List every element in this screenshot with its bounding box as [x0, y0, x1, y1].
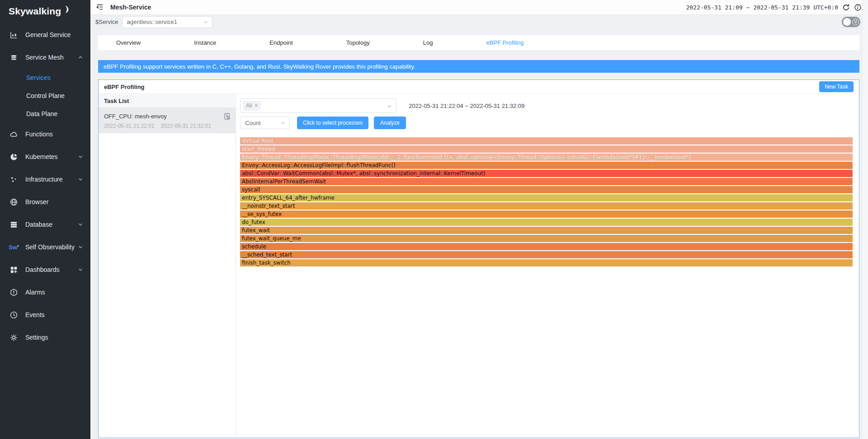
flame-frame-futex-wait-queue-me[interactable]: futex_wait_queue_me — [240, 235, 853, 242]
refresh-icon[interactable] — [842, 3, 850, 11]
sidebar-item-label: Data Plane — [26, 110, 57, 117]
service-select[interactable]: agentless::service1 — [122, 16, 212, 28]
service-bar: $Service agentless::service1 V — [90, 15, 868, 29]
tab-ebpf-profiling[interactable]: eBPF Profiling — [486, 39, 524, 46]
flame-frame-start-thread[interactable]: start_thread — [240, 145, 853, 153]
tab-endpoint[interactable]: Endpoint — [269, 39, 292, 46]
instance-filter-select[interactable]: All × — [240, 98, 396, 113]
sidebar-item-data-plane[interactable]: Data Plane — [0, 105, 90, 123]
chevron-down-icon — [280, 120, 286, 126]
sidebar-item-events[interactable]: Events — [0, 304, 90, 326]
version-toggle[interactable]: V — [842, 17, 860, 27]
info-icon[interactable] — [854, 3, 862, 11]
flame-frame-finish-task-switch[interactable]: finish_task_switch — [240, 259, 853, 266]
flame-frame-sched-text-start[interactable]: __sched_text_start — [240, 251, 853, 258]
sidebar-item-label: Service Mesh — [25, 54, 64, 61]
sidebar-menu: General ServiceService MeshServicesContr… — [0, 23, 90, 349]
sidebar-item-functions[interactable]: Functions — [0, 123, 90, 145]
task-item[interactable]: OFF_CPU: mesh-envoy 2022-05-31 21:22:01 … — [99, 108, 236, 133]
analyze-button[interactable]: Analyze — [374, 117, 406, 129]
sidebar-item-label: Functions — [25, 131, 53, 138]
aggregation-select[interactable]: Count — [240, 117, 290, 129]
globe-icon — [9, 198, 18, 206]
chevron-down-icon — [78, 222, 83, 227]
sidebar-item-database[interactable]: Database — [0, 213, 90, 236]
flame-graph: Virtual Rootstart_threadEnvoy::Thread::T… — [240, 137, 853, 267]
panel-header: eBPF Profiling New Task — [99, 80, 859, 94]
flame-frame-syscall[interactable]: syscall — [240, 186, 853, 193]
page-scrollbar[interactable] — [862, 0, 868, 439]
service-label: $Service — [95, 19, 118, 25]
dashboard-tabs: OverviewInstanceEndpointTopologyLogeBPF … — [98, 35, 859, 50]
flame-frame-absl-condvar-waitcommon-absl-mutex-absl-[interactable]: absl::CondVar::WaitCommon(absl::Mutex*, … — [240, 170, 853, 177]
sidebar-item-label: Database — [25, 221, 52, 228]
sidebar-item-label: Control Plane — [26, 92, 65, 99]
task-end-time: 2022-05-31 21:32:01 — [160, 123, 211, 129]
sidebar-item-label: Browser — [25, 198, 48, 205]
task-name: OFF_CPU: mesh-envoy — [104, 113, 223, 120]
sidebar-item-label: Settings — [25, 334, 48, 341]
sidebar-item-services[interactable]: Services — [0, 69, 90, 87]
flame-frame-virtual-root[interactable]: Virtual Root — [240, 137, 853, 145]
sw-icon: Sw’ — [9, 243, 18, 252]
chevron-down-icon — [387, 103, 392, 109]
flame-frame-noinstr-text-start[interactable]: __noinstr_text_start — [240, 202, 853, 210]
top-bar: Mesh-Service 2022-05-31 21:09 ~ 2022-05-… — [90, 0, 868, 15]
flame-frame-futex-wait[interactable]: futex_wait — [240, 227, 853, 234]
flame-frame-envoy-thread-threadimplposix-threadimplp[interactable]: Envoy::Thread::ThreadImplPosix::ThreadIm… — [240, 154, 853, 161]
app-logo[interactable]: Skywalking — [0, 0, 90, 17]
sidebar-item-dashboards[interactable]: Dashboards — [0, 258, 90, 281]
sidebar-item-alarms[interactable]: Alarms — [0, 281, 90, 304]
clock-icon — [9, 311, 18, 319]
flame-frame-schedule[interactable]: schedule — [240, 243, 853, 250]
aggregation-value: Count — [245, 120, 280, 126]
sidebar-item-label: Services — [26, 74, 51, 81]
sidebar-item-control-plane[interactable]: Control Plane — [0, 87, 90, 105]
tab-topology[interactable]: Topology — [346, 39, 370, 46]
sidebar-item-general-service[interactable]: General Service — [0, 23, 90, 46]
sidebar-item-service-mesh[interactable]: Service Mesh — [0, 46, 90, 69]
tab-overview[interactable]: Overview — [116, 39, 141, 46]
task-detail-icon[interactable] — [223, 112, 231, 120]
remove-filter-icon[interactable]: × — [255, 103, 258, 108]
moon-icon — [62, 5, 70, 13]
analysis-column: All × 2022-05-31 21:22:04 ~ 2022-05-31 2… — [236, 94, 859, 438]
analyze-time-range: 2022-05-31 21:22:04 ~ 2022-05-31 21:32:0… — [409, 103, 524, 109]
chevron-down-icon — [78, 154, 83, 159]
chevron-down-icon — [78, 244, 83, 250]
tab-log[interactable]: Log — [423, 39, 433, 46]
sidebar-item-settings[interactable]: Settings — [0, 326, 90, 349]
sidebar-item-label: Self Observability — [25, 243, 75, 251]
panel-body: Task List OFF_CPU: mesh-envoy 2022-05-31… — [99, 94, 859, 438]
sidebar: Skywalking General ServiceService MeshSe… — [0, 0, 90, 439]
chevron-down-icon — [78, 267, 83, 272]
service-select-value: agentless::service1 — [127, 19, 203, 25]
app-logo-text: Skywalking — [9, 6, 61, 17]
new-task-button[interactable]: New Task — [819, 81, 854, 92]
chart-icon — [9, 31, 18, 39]
sidebar-item-kubernetes[interactable]: Kubernetes — [0, 145, 90, 168]
sidebar-item-browser[interactable]: Browser — [0, 191, 90, 213]
global-time-range: 2022-05-31 21:09 ~ 2022-05-31 21:39 UTC+… — [686, 4, 838, 11]
panel-title: eBPF Profiling — [104, 84, 145, 90]
flame-frame-envoy-accesslog-accesslogfileimpl-flusht[interactable]: Envoy::AccessLog::AccessLogFileImpl::flu… — [240, 162, 853, 169]
ebpf-profiling-panel: eBPF Profiling New Task Task List OFF_CP… — [98, 79, 859, 438]
task-start-time: 2022-05-31 21:22:01 — [104, 123, 154, 129]
sidebar-item-self-observability[interactable]: Sw’Self Observability — [0, 236, 90, 258]
toggle-label: V — [852, 19, 859, 25]
collapse-sidebar-icon[interactable] — [96, 3, 105, 12]
chevron-down-icon — [203, 19, 208, 25]
task-list-header: Task List — [99, 94, 236, 108]
toggle-knob — [843, 18, 851, 26]
flame-frame-abslinternalperthreadsemwait[interactable]: AbslInternalPerThreadSemWait — [240, 178, 853, 185]
page-title: Mesh-Service — [110, 4, 151, 11]
flame-frame-entry-syscall-64-after-hwframe[interactable]: entry_SYSCALL_64_after_hwframe — [240, 194, 853, 201]
grid-icon — [9, 266, 18, 274]
tab-instance[interactable]: Instance — [194, 39, 216, 46]
sidebar-item-label: Events — [25, 311, 45, 318]
task-list-column: Task List OFF_CPU: mesh-envoy 2022-05-31… — [99, 94, 236, 438]
flame-frame-se-sys-futex[interactable]: __se_sys_futex — [240, 210, 853, 218]
sidebar-item-infrastructure[interactable]: Infrastructure — [0, 168, 90, 191]
flame-frame-do-futex[interactable]: do_futex — [240, 219, 853, 226]
select-processes-button[interactable]: Click to select processes — [297, 117, 368, 129]
